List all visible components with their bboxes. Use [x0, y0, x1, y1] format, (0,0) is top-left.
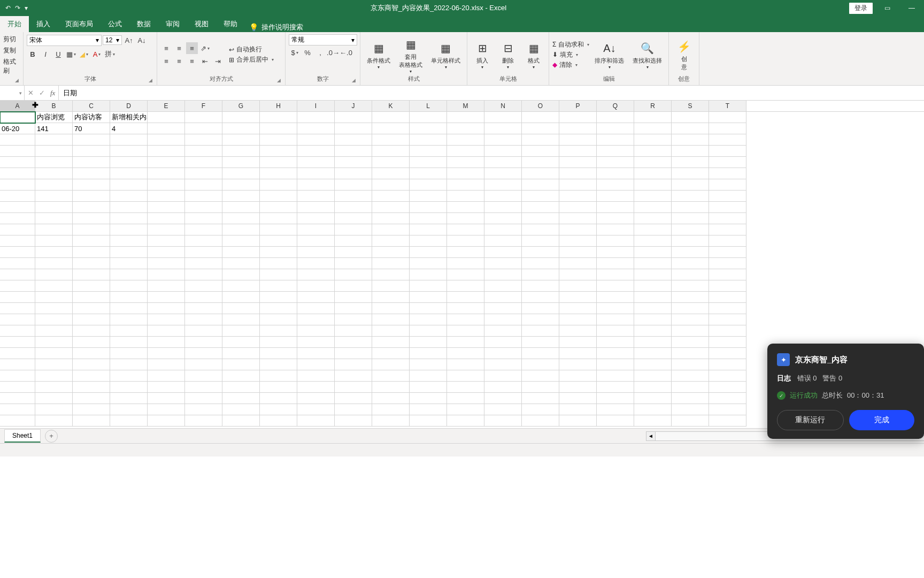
cell[interactable] — [222, 134, 260, 146]
column-header-O[interactable]: O — [522, 101, 559, 111]
cell[interactable] — [185, 213, 222, 224]
cell[interactable] — [110, 404, 148, 415]
cell[interactable] — [297, 314, 335, 325]
cell[interactable] — [260, 146, 297, 157]
cell[interactable] — [447, 359, 484, 370]
align-center-icon[interactable]: ≡ — [173, 55, 185, 67]
cell[interactable] — [335, 258, 372, 269]
cell[interactable] — [709, 247, 746, 258]
cell[interactable] — [35, 359, 73, 370]
cell[interactable] — [634, 258, 672, 269]
login-button[interactable]: 登录 — [849, 3, 873, 14]
cell[interactable] — [260, 123, 297, 134]
cell[interactable] — [335, 404, 372, 415]
cell[interactable] — [0, 224, 35, 235]
phonetic-button[interactable]: 拼 — [104, 48, 116, 60]
cell[interactable] — [672, 123, 709, 134]
cell[interactable] — [185, 146, 222, 157]
cell[interactable] — [260, 370, 297, 382]
cell[interactable] — [260, 303, 297, 314]
cell[interactable] — [410, 179, 447, 191]
cell[interactable] — [222, 269, 260, 280]
column-header-D[interactable]: D — [110, 101, 148, 111]
cell[interactable] — [335, 213, 372, 224]
cell[interactable] — [0, 359, 35, 370]
cell[interactable] — [185, 280, 222, 292]
cell[interactable] — [335, 415, 372, 427]
cell[interactable] — [73, 134, 110, 146]
cell[interactable] — [297, 191, 335, 202]
cell[interactable] — [372, 325, 410, 337]
cell[interactable] — [522, 191, 559, 202]
cell[interactable] — [260, 393, 297, 404]
column-header-B[interactable]: B — [35, 101, 73, 111]
cell[interactable] — [672, 280, 709, 292]
cell[interactable] — [148, 269, 185, 280]
cell[interactable] — [73, 202, 110, 213]
cell[interactable] — [559, 247, 597, 258]
cell[interactable] — [73, 258, 110, 269]
cell[interactable] — [559, 404, 597, 415]
cell[interactable] — [709, 146, 746, 157]
cell[interactable] — [597, 179, 634, 191]
cell[interactable] — [260, 280, 297, 292]
cell[interactable] — [73, 325, 110, 337]
cell[interactable] — [0, 179, 35, 191]
cell[interactable] — [559, 191, 597, 202]
cell[interactable] — [634, 179, 672, 191]
column-header-G[interactable]: G — [222, 101, 260, 111]
cell[interactable] — [260, 348, 297, 359]
cell[interactable] — [185, 134, 222, 146]
cell[interactable] — [335, 325, 372, 337]
cell[interactable] — [185, 224, 222, 235]
cell[interactable] — [148, 382, 185, 393]
cell[interactable] — [410, 269, 447, 280]
cell[interactable] — [297, 370, 335, 382]
cell[interactable] — [0, 393, 35, 404]
cell[interactable] — [447, 213, 484, 224]
format-cells-button[interactable]: ▦格式▾ — [522, 39, 545, 71]
cell[interactable] — [148, 370, 185, 382]
cell[interactable] — [634, 292, 672, 303]
cell[interactable]: 内容浏览 — [35, 112, 73, 123]
scroll-left-icon[interactable]: ◄ — [646, 431, 656, 441]
cell[interactable] — [372, 224, 410, 235]
cell[interactable] — [372, 202, 410, 213]
cell[interactable] — [297, 269, 335, 280]
cell[interactable] — [447, 247, 484, 258]
cell[interactable] — [185, 314, 222, 325]
cell[interactable] — [522, 393, 559, 404]
cell[interactable] — [672, 292, 709, 303]
cell[interactable] — [522, 382, 559, 393]
cell[interactable] — [222, 348, 260, 359]
cancel-formula-icon[interactable]: ✕ — [28, 89, 34, 97]
cell[interactable] — [709, 168, 746, 179]
cell[interactable] — [148, 303, 185, 314]
cell[interactable] — [559, 393, 597, 404]
cell[interactable] — [35, 348, 73, 359]
cell[interactable] — [484, 292, 522, 303]
cell[interactable] — [110, 258, 148, 269]
add-sheet-button[interactable]: + — [45, 430, 58, 443]
cell[interactable] — [410, 235, 447, 247]
cell[interactable] — [185, 191, 222, 202]
rerun-button[interactable]: 重新运行 — [777, 410, 844, 430]
cell[interactable] — [709, 415, 746, 427]
cell[interactable] — [634, 247, 672, 258]
cell[interactable] — [260, 235, 297, 247]
cell[interactable] — [484, 224, 522, 235]
cell[interactable] — [410, 224, 447, 235]
cell[interactable] — [709, 348, 746, 359]
cell[interactable] — [372, 258, 410, 269]
cell[interactable] — [185, 348, 222, 359]
cell[interactable] — [372, 292, 410, 303]
cell[interactable] — [559, 134, 597, 146]
cell[interactable] — [410, 370, 447, 382]
column-header-L[interactable]: L — [410, 101, 447, 111]
cell[interactable] — [372, 415, 410, 427]
cell[interactable] — [709, 202, 746, 213]
cell[interactable] — [148, 314, 185, 325]
cell[interactable] — [597, 224, 634, 235]
cell[interactable] — [185, 202, 222, 213]
cell[interactable] — [335, 337, 372, 348]
